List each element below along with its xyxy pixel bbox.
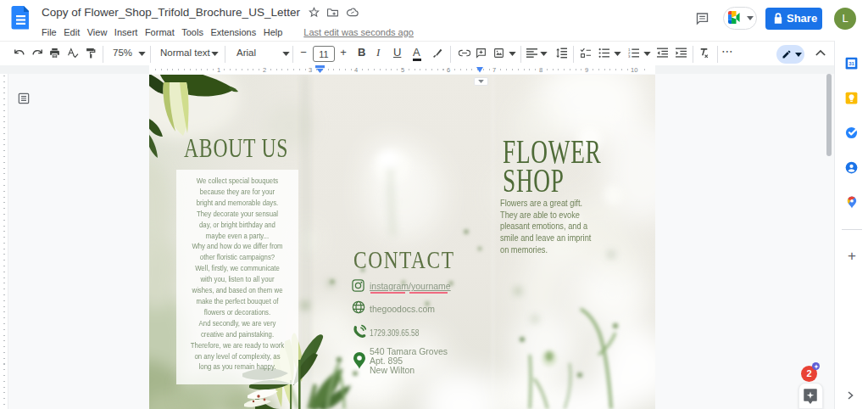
- svg-text:31: 31: [849, 61, 854, 66]
- svg-text:3: 3: [628, 54, 631, 59]
